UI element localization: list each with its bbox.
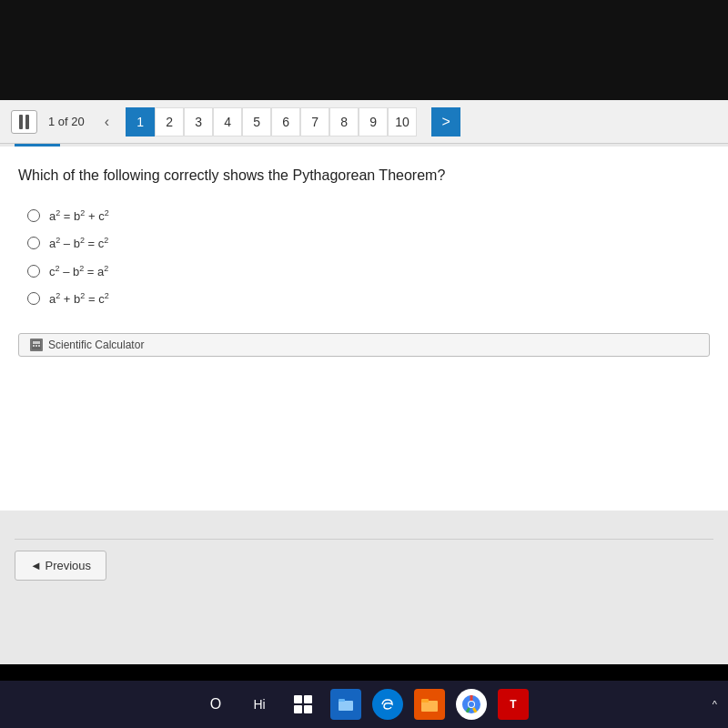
pause-bar-left bbox=[19, 115, 23, 129]
option-d-text: a2 + b2 = c2 bbox=[49, 291, 109, 306]
taskbar: O Hi T ^ bbox=[0, 681, 728, 728]
taskbar-search[interactable]: O bbox=[199, 688, 232, 721]
taskbar-cortana[interactable]: Hi bbox=[243, 688, 276, 721]
option-c-text: c2 – b2 = a2 bbox=[49, 264, 108, 278]
svg-rect-1 bbox=[33, 341, 40, 344]
radio-d[interactable] bbox=[27, 292, 40, 305]
clock-time: ^ bbox=[713, 699, 717, 710]
svg-point-7 bbox=[379, 696, 396, 713]
page-3[interactable]: 3 bbox=[184, 107, 213, 136]
option-d[interactable]: a2 + b2 = c2 bbox=[27, 291, 710, 306]
svg-rect-5 bbox=[339, 701, 353, 711]
taskbar-folder[interactable] bbox=[414, 689, 445, 720]
svg-rect-3 bbox=[35, 345, 37, 347]
taskbar-file-explorer[interactable] bbox=[330, 689, 361, 720]
taskbar-app[interactable]: T bbox=[498, 689, 529, 720]
calculator-label: Scientific Calculator bbox=[48, 339, 144, 351]
svg-rect-6 bbox=[339, 699, 345, 702]
page-6[interactable]: 6 bbox=[271, 107, 300, 136]
question-text: Which of the following correctly shows t… bbox=[18, 165, 710, 187]
option-b-text: a2 – b2 = c2 bbox=[49, 236, 108, 250]
taskbar-chrome[interactable] bbox=[456, 689, 487, 720]
page-9[interactable]: 9 bbox=[359, 107, 388, 136]
pause-button[interactable] bbox=[11, 110, 37, 134]
question-count: 1 of 20 bbox=[48, 115, 85, 128]
page-1[interactable]: 1 bbox=[126, 107, 155, 136]
page-number-list: 1 2 3 4 5 6 7 8 9 10 bbox=[126, 107, 417, 136]
page-10[interactable]: 10 bbox=[388, 107, 417, 136]
taskbar-clock: ^ bbox=[713, 699, 717, 710]
svg-rect-9 bbox=[421, 699, 429, 703]
next-arrow[interactable]: > bbox=[431, 107, 460, 136]
page-4[interactable]: 4 bbox=[213, 107, 242, 136]
page-2[interactable]: 2 bbox=[155, 107, 184, 136]
radio-c[interactable] bbox=[27, 265, 40, 278]
page-7[interactable]: 7 bbox=[300, 107, 329, 136]
option-c[interactable]: c2 – b2 = a2 bbox=[27, 264, 710, 278]
calculator-icon bbox=[30, 339, 43, 351]
taskbar-start[interactable] bbox=[287, 688, 319, 721]
option-a[interactable]: a2 = b2 + c2 bbox=[27, 208, 710, 223]
prev-arrow[interactable]: ‹ bbox=[99, 112, 115, 132]
bottom-navigation: ◄ Previous bbox=[0, 530, 728, 590]
page-8[interactable]: 8 bbox=[329, 107, 359, 136]
radio-b[interactable] bbox=[27, 237, 40, 249]
option-a-text: a2 = b2 + c2 bbox=[49, 208, 109, 223]
svg-point-12 bbox=[469, 702, 474, 707]
taskbar-edge[interactable] bbox=[372, 689, 403, 720]
svg-rect-2 bbox=[33, 345, 35, 347]
radio-a[interactable] bbox=[27, 209, 40, 222]
answer-options: a2 = b2 + c2 a2 – b2 = c2 c2 – b2 = a2 a… bbox=[27, 208, 710, 306]
calculator-button[interactable]: Scientific Calculator bbox=[18, 333, 710, 357]
windows-icon bbox=[294, 695, 312, 713]
pause-bar-right bbox=[25, 115, 29, 129]
option-b[interactable]: a2 – b2 = c2 bbox=[27, 236, 710, 250]
previous-button[interactable]: ◄ Previous bbox=[15, 551, 106, 581]
svg-rect-4 bbox=[38, 345, 40, 347]
page-5[interactable]: 5 bbox=[242, 107, 271, 136]
question-area: Which of the following correctly shows t… bbox=[0, 147, 728, 511]
